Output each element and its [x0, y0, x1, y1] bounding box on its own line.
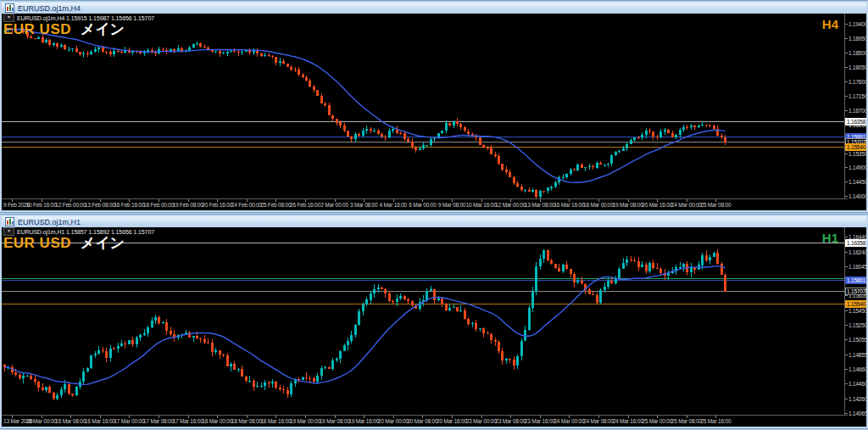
candlestick-plot[interactable] — [2, 227, 844, 415]
price-level-tag: 1.16358 — [845, 239, 866, 247]
price-tick: 1.14900 — [849, 165, 866, 170]
price-level-tag: 1.15707 — [845, 288, 866, 295]
symbol-suffix: メイン — [81, 21, 125, 37]
window-title: EURUSD.oj1m,H1 — [18, 218, 81, 226]
time-label: 26 Feb 16:00 — [290, 202, 320, 208]
chart-window-icon — [5, 3, 14, 13]
price-tick: 1.18050 — [849, 64, 866, 70]
window-titlebar-h1[interactable]: EURUSD.oj1m,H1 — [2, 216, 866, 227]
time-label: 25 Mar 00:00 — [642, 418, 672, 424]
time-label: 24 Mar 00:00 — [554, 418, 584, 424]
time-label: 9 Mar 08:00 — [438, 202, 466, 208]
price-tick: 1.14000 — [849, 193, 866, 199]
time-label: 2 Mar 00:00 — [320, 202, 348, 208]
time-axis[interactable]: 13 Mar 202616 Mar 00:0016 Mar 08:0016 Ma… — [2, 415, 848, 427]
time-label: 20 Mar 00:00 — [378, 418, 409, 424]
time-label: 19 Mar 00:00 — [290, 418, 320, 424]
price-tick: 1.19400 — [849, 21, 866, 27]
window-titlebar-h4[interactable]: EURUSD.oj1m,H4 — [2, 3, 866, 14]
time-label: 24 Mar 08:00 — [583, 418, 614, 424]
time-label: 24 Feb 00:00 — [231, 202, 262, 208]
chart-area-h4: 1.194001.189501.185001.180501.176001.171… — [2, 14, 866, 210]
time-label: 17 Mar 00:00 — [114, 418, 144, 424]
price-tick: 1.16045 — [849, 264, 866, 270]
price-tick: 1.15055 — [849, 337, 866, 343]
price-tick: 1.17150 — [849, 93, 866, 99]
time-label: 3 Mar 08:00 — [350, 202, 378, 208]
time-label: 19 Mar 16:00 — [348, 418, 379, 424]
price-tick: 1.15450 — [849, 308, 866, 314]
time-label: 16 Mar 16:00 — [554, 202, 584, 208]
chart-window-h1: EURUSD.oj1m,H1 1.164401.162401.160451.15… — [0, 215, 868, 428]
price-tick: 1.14855 — [849, 352, 866, 358]
time-label: 18 Mar 08:00 — [231, 418, 262, 424]
time-label: 18 Mar 00:00 — [583, 202, 614, 208]
symbol-watermark: EUR USD メイン — [3, 20, 125, 39]
time-label: 25 Feb 08:00 — [260, 202, 291, 208]
price-tick: 1.18950 — [849, 36, 866, 42]
time-label: 20 Mar 08:00 — [407, 418, 437, 424]
price-tick: 1.16700 — [849, 108, 866, 114]
chart-window-icon — [5, 217, 14, 226]
time-label: 12 Feb 00:00 — [55, 202, 86, 208]
time-label: 20 Mar 16:00 — [642, 202, 672, 208]
time-label: 23 Mar 16:00 — [525, 418, 555, 424]
time-label: 17 Mar 16:00 — [173, 418, 203, 424]
price-tick: 1.17600 — [849, 79, 866, 85]
time-label: 10 Mar 16:00 — [466, 202, 497, 208]
price-tick: 1.14660 — [849, 366, 866, 372]
symbol-suffix: メイン — [81, 235, 125, 251]
window-title: EURUSD.oj1m,H4 — [18, 4, 81, 13]
price-tick: 1.14260 — [849, 396, 866, 402]
time-label: 16 Feb 16:00 — [114, 202, 144, 208]
price-tick: 1.14460 — [849, 381, 866, 387]
time-label: 25 Mar 08:00 — [700, 202, 731, 208]
time-label: 18 Mar 16:00 — [260, 418, 291, 424]
time-label: 17 Mar 08:00 — [143, 418, 174, 424]
time-label: 24 Mar 00:00 — [671, 202, 702, 208]
symbol-name: EUR USD — [3, 235, 71, 251]
price-level-tag: 1.15861 — [845, 276, 866, 284]
time-label: 13 Feb 08:00 — [85, 202, 115, 208]
time-label: 25 Mar 16:00 — [700, 418, 731, 424]
price-tick: 1.14065 — [849, 410, 866, 416]
chart-window-h4: EURUSD.oj1m,H4 1.194001.189501.185001.18… — [0, 1, 868, 212]
time-axis[interactable]: 9 Feb 202610 Feb 16:0012 Feb 00:0013 Feb… — [2, 198, 848, 210]
price-level-tag: 1.15540 — [845, 300, 866, 308]
time-label: 16 Mar 00:00 — [26, 418, 57, 424]
price-axis[interactable]: 1.194001.189501.185001.180501.176001.171… — [844, 14, 866, 210]
symbol-name: EUR USD — [3, 21, 71, 37]
price-tick: 1.15350 — [849, 151, 866, 157]
candlestick-plot[interactable] — [2, 14, 844, 198]
time-label: 19 Feb 08:00 — [173, 202, 203, 208]
time-label: 25 Mar 08:00 — [671, 418, 702, 424]
time-label: 19 Mar 08:00 — [613, 202, 643, 208]
time-label: 20 Mar 16:00 — [437, 418, 467, 424]
time-label: 24 Mar 16:00 — [613, 418, 643, 424]
timeframe-badge: H1 — [822, 231, 838, 245]
time-label: 16 Mar 08:00 — [55, 418, 86, 424]
price-tick: 1.18500 — [849, 50, 866, 56]
chart-area-h1: 1.164401.162401.160451.158451.156501.154… — [2, 227, 866, 427]
time-label: 23 Mar 08:00 — [495, 418, 526, 424]
time-label: 23 Mar 00:00 — [466, 418, 497, 424]
time-label: 12 Mar 00:00 — [495, 202, 526, 208]
time-label: 19 Mar 08:00 — [320, 418, 350, 424]
price-tick: 1.16240 — [849, 249, 866, 255]
time-label: 18 Feb 00:00 — [143, 202, 174, 208]
price-tick: 1.15250 — [849, 322, 866, 328]
symbol-watermark: EUR USD メイン — [3, 233, 125, 253]
time-label: 13 Mar 08:00 — [525, 202, 555, 208]
time-label: 4 Mar 16:00 — [380, 202, 408, 208]
mt4-workspace: EURUSD.oj1m,H4 1.194001.189501.185001.18… — [0, 0, 868, 430]
time-label: 6 Mar 00:00 — [409, 202, 437, 208]
timeframe-badge: H4 — [822, 17, 838, 31]
price-axis[interactable]: 1.164401.162401.160451.158451.156501.154… — [844, 227, 866, 427]
price-tick: 1.14450 — [849, 179, 866, 185]
time-label: 10 Feb 16:00 — [26, 202, 57, 208]
time-label: 18 Mar 00:00 — [202, 418, 232, 424]
price-level-tag: 1.16358 — [845, 118, 866, 126]
time-label: 16 Mar 16:00 — [85, 418, 115, 424]
time-label: 20 Feb 16:00 — [202, 202, 232, 208]
price-level-tag: 1.15540 — [845, 143, 866, 151]
